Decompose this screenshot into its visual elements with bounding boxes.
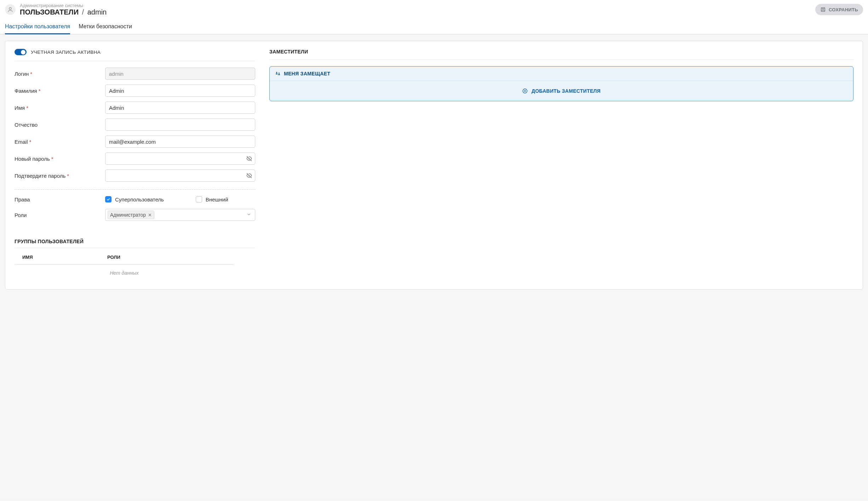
save-icon bbox=[820, 7, 826, 12]
save-button[interactable]: СОХРАНИТЬ bbox=[815, 4, 863, 15]
superuser-label: Суперпользователь bbox=[115, 196, 164, 202]
breadcrumb-separator: / bbox=[82, 8, 84, 16]
newpass-input[interactable] bbox=[105, 153, 255, 165]
confirmpass-input[interactable] bbox=[105, 170, 255, 182]
toggle-password-visibility-icon[interactable] bbox=[246, 155, 252, 162]
lastname-input[interactable] bbox=[105, 85, 255, 97]
user-groups-title: ГРУППЫ ПОЛЬЗОВАТЕЛЕЙ bbox=[15, 232, 255, 248]
substitutes-card: МЕНЯ ЗАМЕЩАЕТ ДОБАВИТЬ ЗАМЕСТИТЕЛЯ bbox=[269, 66, 853, 101]
add-substitute-button[interactable]: ДОБАВИТЬ ЗАМЕСТИТЕЛЯ bbox=[522, 88, 600, 94]
svg-point-0 bbox=[9, 7, 11, 10]
eye-off-icon bbox=[246, 155, 252, 162]
add-substitute-label: ДОБАВИТЬ ЗАМЕСТИТЕЛЯ bbox=[531, 88, 600, 94]
tabs: Настройки пользователя Метки безопасност… bbox=[0, 18, 868, 34]
account-active-toggle[interactable] bbox=[15, 49, 27, 55]
login-input bbox=[105, 68, 255, 80]
roles-select[interactable]: Администратор ✕ bbox=[105, 209, 255, 221]
remove-role-icon[interactable]: ✕ bbox=[148, 212, 152, 218]
substitutes-title: ЗАМЕСТИТЕЛИ bbox=[269, 49, 853, 60]
plus-circle-icon bbox=[522, 88, 528, 94]
tab-security-labels[interactable]: Метки безопасности bbox=[79, 21, 132, 34]
firstname-input[interactable] bbox=[105, 102, 255, 114]
groups-col-name: ИМЯ bbox=[22, 255, 107, 260]
confirmpass-label: Подтвердите пароль* bbox=[15, 173, 105, 179]
email-label: Email* bbox=[15, 139, 105, 145]
breadcrumb-main: ПОЛЬЗОВАТЕЛИ bbox=[20, 8, 79, 16]
save-button-label: СОХРАНИТЬ bbox=[829, 7, 858, 12]
login-label: Логин* bbox=[15, 71, 105, 77]
newpass-label: Новый пароль* bbox=[15, 156, 105, 162]
eye-off-icon bbox=[246, 172, 252, 179]
role-tag: Администратор ✕ bbox=[108, 211, 154, 219]
checkbox-checked-icon bbox=[105, 196, 112, 202]
breadcrumb-entity: admin bbox=[87, 8, 107, 16]
breadcrumb: Администрирование системы bbox=[20, 3, 107, 8]
checkbox-unchecked-icon bbox=[196, 196, 202, 202]
svg-point-3 bbox=[279, 73, 280, 74]
svg-rect-1 bbox=[821, 8, 825, 12]
groups-col-roles: РОЛИ bbox=[107, 255, 226, 260]
lastname-label: Фамилия* bbox=[15, 88, 105, 94]
middlename-label: Отчество bbox=[15, 122, 105, 128]
substitutes-card-title: МЕНЯ ЗАМЕЩАЕТ bbox=[284, 71, 330, 76]
role-tag-label: Администратор bbox=[110, 212, 146, 218]
middlename-input[interactable] bbox=[105, 119, 255, 131]
email-input[interactable] bbox=[105, 136, 255, 148]
external-label: Внешний bbox=[206, 196, 228, 202]
account-active-label: УЧЕТНАЯ ЗАПИСЬ АКТИВНА bbox=[31, 50, 101, 55]
toggle-confirm-password-visibility-icon[interactable] bbox=[246, 172, 252, 179]
avatar bbox=[5, 4, 16, 15]
tab-user-settings[interactable]: Настройки пользователя bbox=[5, 21, 70, 34]
check-icon bbox=[106, 197, 110, 201]
person-icon bbox=[7, 6, 13, 13]
roles-label: Роли bbox=[15, 212, 105, 218]
rights-label: Права bbox=[15, 196, 105, 202]
page-title: ПОЛЬЗОВАТЕЛИ / admin bbox=[20, 8, 107, 16]
superuser-checkbox[interactable]: Суперпользователь bbox=[105, 196, 164, 202]
svg-point-2 bbox=[276, 72, 277, 73]
external-checkbox[interactable]: Внешний bbox=[196, 196, 228, 202]
firstname-label: Имя* bbox=[15, 105, 105, 111]
chevron-down-icon bbox=[246, 212, 251, 218]
people-swap-icon bbox=[275, 71, 281, 76]
groups-empty: Нет данных bbox=[15, 264, 234, 281]
